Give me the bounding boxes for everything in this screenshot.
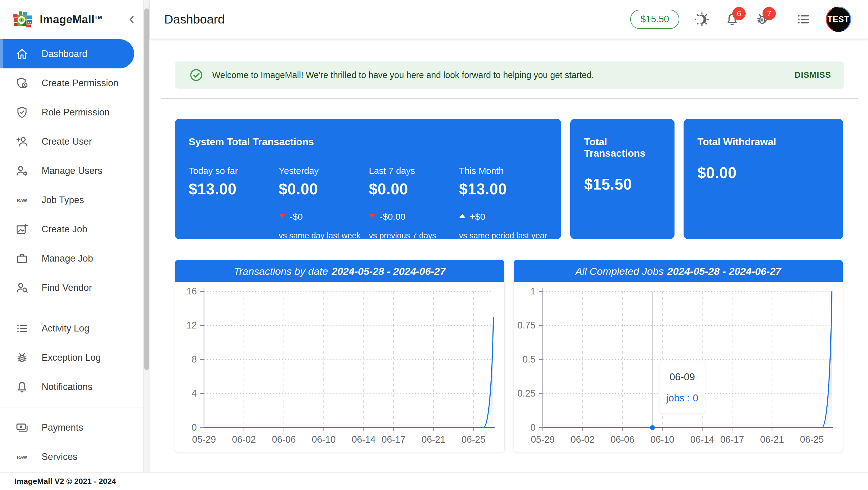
sidebar-item-label: Find Vendor: [41, 282, 92, 293]
sidebar-item-manage-job[interactable]: Manage Job: [0, 244, 150, 273]
svg-text:06-02: 06-02: [232, 434, 256, 445]
sidebar-item-exception-log[interactable]: Exception Log: [0, 343, 150, 372]
svg-text:16: 16: [186, 286, 196, 297]
task-list-badge: 7: [763, 7, 776, 20]
sidebar-collapse-button[interactable]: [126, 13, 138, 26]
sidebar-item-find-vendor[interactable]: Find Vendor: [0, 273, 150, 302]
sidebar-item-label: Exception Log: [41, 352, 101, 363]
home-icon: [15, 47, 29, 61]
svg-text:06-17: 06-17: [381, 434, 405, 445]
sidebar-item-label: Payments: [41, 422, 83, 433]
sidebar-item-label: Create User: [41, 136, 92, 147]
sidebar-item-create-user[interactable]: Create User: [0, 127, 150, 156]
sidebar-item-notifications[interactable]: Notifications: [0, 372, 150, 401]
sidebar-item-activity-log[interactable]: Activity Log: [0, 314, 150, 343]
svg-text:RAW: RAW: [17, 455, 27, 460]
svg-text:8: 8: [192, 354, 197, 365]
welcome-banner: Welcome to ImageMall! We're thrilled to …: [175, 61, 844, 89]
banner-divider: [161, 98, 858, 99]
shield-person-icon: [15, 76, 29, 90]
sidebar-item-role-permission[interactable]: Role Permission: [0, 98, 150, 127]
svg-text:06-06: 06-06: [272, 434, 296, 445]
sidebar-item-manage-users[interactable]: Manage Users: [0, 156, 150, 185]
svg-text:05-29: 05-29: [531, 434, 555, 445]
svg-text:05-29: 05-29: [192, 434, 216, 445]
bug-report-icon[interactable]: 7: [755, 12, 770, 27]
sidebar-scrollbar-track: [143, 0, 150, 472]
transactions-chart-title: Transactions by date2024-05-28 - 2024-06…: [175, 260, 504, 282]
total-withdrawal-card: Total Withdrawal $0.00: [684, 119, 843, 239]
theme-toggle-icon[interactable]: [694, 12, 710, 27]
person-add-icon: [15, 135, 29, 149]
svg-text:06-10: 06-10: [312, 434, 336, 445]
sidebar-item-label: Manage Job: [41, 253, 93, 264]
sidebar-item-label: Create Permission: [41, 78, 119, 89]
up-triangle-icon: [459, 214, 466, 218]
svg-text:06-21: 06-21: [760, 434, 784, 445]
sidebar-item-payments[interactable]: Payments: [0, 413, 150, 442]
task-list-icon[interactable]: [796, 12, 811, 27]
footer: ImageMall V2 © 2021 - 2024: [0, 472, 868, 490]
svg-text:06-25: 06-25: [800, 434, 824, 445]
sidebar-item-services[interactable]: RAWServices: [0, 442, 150, 471]
sidebar-item-dashboard[interactable]: Dashboard: [0, 39, 134, 68]
total-transactions-card: Total Transactions $15.50: [570, 119, 675, 239]
sidebar-scrollbar-thumb[interactable]: [144, 8, 149, 370]
dashboard-content: Welcome to ImageMall! We're thrilled to …: [150, 38, 868, 472]
raw-icon: RAW: [15, 450, 29, 464]
payments-icon: [15, 421, 29, 434]
sidebar-item-label: Activity Log: [41, 323, 90, 334]
completed-jobs-chart-card: All Completed Jobs2024-05-28 - 2024-06-2…: [514, 260, 843, 452]
svg-text:4: 4: [192, 388, 197, 399]
dismiss-button[interactable]: DISMISS: [795, 70, 831, 80]
stat-today: Today so far $13.00: [189, 166, 279, 241]
svg-text:0.25: 0.25: [518, 388, 535, 399]
svg-text:06-25: 06-25: [461, 434, 485, 445]
svg-text:0: 0: [530, 422, 535, 433]
bug-icon: [15, 351, 29, 365]
sidebar-item-label: Create Job: [41, 224, 87, 235]
image-add-icon: [15, 222, 29, 236]
svg-text:1: 1: [530, 286, 535, 297]
sidebar-divider: [0, 308, 150, 308]
completed-jobs-chart-title: All Completed Jobs2024-05-28 - 2024-06-2…: [514, 260, 843, 282]
raw-icon: RAW: [15, 193, 29, 207]
sidebar-menu: DashboardCreate PermissionRole Permissio…: [0, 39, 150, 471]
welcome-message: Welcome to ImageMall! We're thrilled to …: [212, 70, 594, 80]
transactions-chart-plot: 048121605-2906-0206-0606-1006-1406-1706-…: [175, 282, 504, 452]
svg-text:0.75: 0.75: [518, 320, 535, 331]
user-avatar[interactable]: TEST: [826, 7, 851, 32]
sidebar-item-label: Role Permission: [41, 107, 110, 118]
shield-check-icon: [15, 105, 29, 119]
sidebar-item-label: Notifications: [41, 381, 93, 392]
sidebar-item-create-job[interactable]: Create Job: [0, 215, 150, 244]
stat-yesterday: Yesterday $0.00 -$0 vs same day last wee…: [279, 166, 369, 241]
logo-row: ImageMallTM: [0, 0, 150, 39]
svg-text:06-06: 06-06: [611, 434, 634, 445]
sidebar-item-create-permission[interactable]: Create Permission: [0, 68, 150, 98]
sidebar-item-job-types[interactable]: RAWJob Types: [0, 185, 150, 215]
chart-tooltip: 06-09 jobs : 0: [660, 362, 705, 413]
svg-text:06-14: 06-14: [352, 434, 375, 445]
page-title: Dashboard: [164, 12, 225, 27]
svg-text:0.5: 0.5: [523, 354, 535, 365]
svg-text:12: 12: [186, 320, 196, 331]
svg-text:06-17: 06-17: [720, 434, 744, 445]
balance-button[interactable]: $15.50: [630, 10, 679, 29]
briefcase-icon: [15, 252, 29, 266]
sidebar-item-label: Services: [41, 452, 78, 462]
brand-name: ImageMallTM: [40, 13, 102, 26]
bell-icon: [15, 380, 29, 394]
top-header: Dashboard $15.50: [150, 0, 868, 38]
svg-text:RAW: RAW: [17, 198, 27, 203]
notifications-badge: 6: [733, 7, 746, 20]
main-area: Dashboard $15.50: [150, 0, 868, 472]
stat-last-7-days: Last 7 days $0.00 -$0.00 vs previous 7 d…: [369, 166, 459, 241]
notifications-icon[interactable]: 6: [724, 12, 740, 27]
stat-cards-row: System Total Transactions Today so far $…: [175, 119, 844, 239]
list-icon: [15, 321, 29, 335]
imagemall-logo-icon: [13, 10, 33, 29]
sidebar-item-label: Dashboard: [41, 49, 87, 59]
person-gear-icon: [15, 164, 29, 178]
svg-text:06-14: 06-14: [690, 434, 714, 445]
